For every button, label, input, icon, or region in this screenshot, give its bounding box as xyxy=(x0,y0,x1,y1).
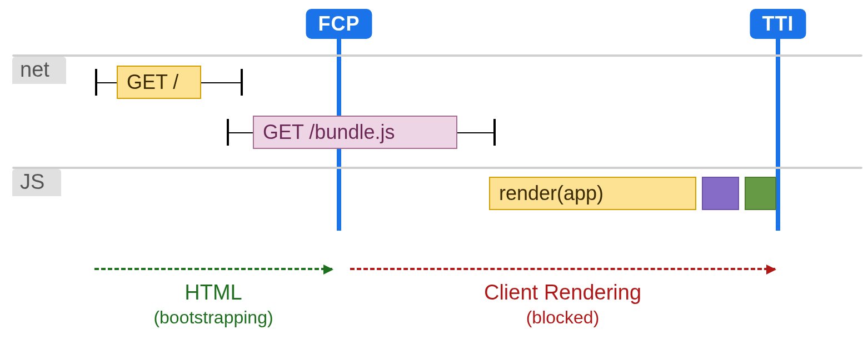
whisker-tick xyxy=(493,119,496,146)
bar-label: GET /bundle.js xyxy=(263,121,395,144)
lane-label-js: JS xyxy=(12,169,61,196)
phase-label-client: Client Rendering (blocked) xyxy=(468,281,657,327)
lane-divider xyxy=(12,54,862,57)
whisker-tick xyxy=(241,69,243,96)
milestone-fcp-label: FCP xyxy=(306,9,372,39)
js-task-render: render(app) xyxy=(489,177,696,210)
whisker-line xyxy=(228,132,253,133)
rendering-timeline-diagram: FCP TTI net GET / GET /bundle.js JS rend… xyxy=(0,0,868,349)
phase-subtitle: (blocked) xyxy=(468,307,657,328)
net-request-bundle: GET /bundle.js xyxy=(253,116,457,149)
phase-title: HTML xyxy=(184,281,242,304)
milestone-tti-line xyxy=(776,39,780,231)
arrowhead-icon xyxy=(323,265,333,275)
phase-title: Client Rendering xyxy=(484,281,641,304)
lane-divider xyxy=(12,167,862,169)
phase-label-html: HTML (bootstrapping) xyxy=(119,281,308,327)
net-request-root: GET / xyxy=(117,66,201,99)
phase-arrow-client xyxy=(350,268,775,270)
milestone-tti-label: TTI xyxy=(750,9,806,39)
whisker-line xyxy=(201,82,242,83)
phase-subtitle: (bootstrapping) xyxy=(119,307,308,328)
whisker-line xyxy=(457,132,495,133)
arrowhead-icon xyxy=(766,265,776,275)
lane-label-net: net xyxy=(12,57,66,84)
whisker-line xyxy=(96,82,117,83)
js-task-green xyxy=(745,177,776,210)
js-task-purple xyxy=(702,177,739,210)
bar-label: GET / xyxy=(127,71,178,94)
phase-arrow-html xyxy=(94,268,332,270)
bar-label: render(app) xyxy=(499,182,603,205)
